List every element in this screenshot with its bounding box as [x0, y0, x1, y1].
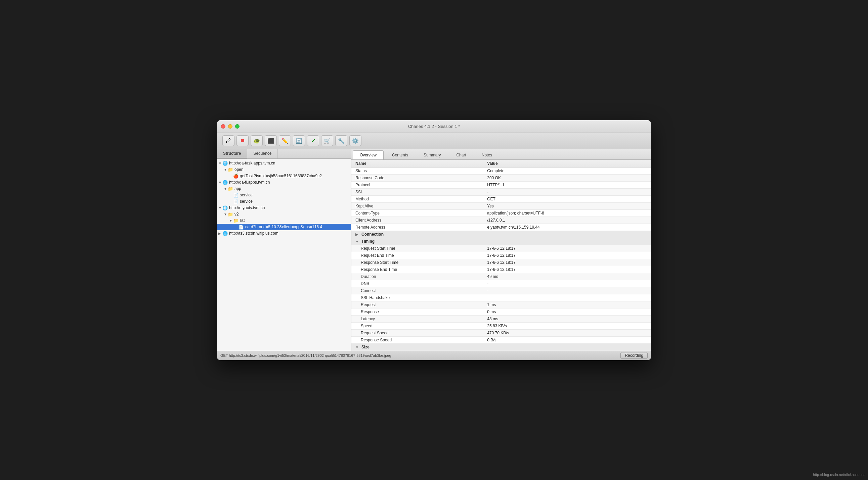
value-cell: 25.83 KB/s — [483, 322, 651, 329]
expand-icon[interactable]: ▶ — [355, 233, 360, 236]
name-cell: Request — [351, 301, 483, 308]
tab-sequence[interactable]: Sequence — [247, 149, 278, 159]
settings-btn[interactable]: ⚙️ — [349, 135, 362, 146]
tab-notes[interactable]: Notes — [475, 150, 499, 160]
breakpoint-icon: ⬛ — [268, 138, 274, 144]
tab-chart[interactable]: Chart — [449, 150, 473, 160]
breakpoint-btn[interactable]: ⬛ — [265, 135, 277, 146]
close-button[interactable] — [221, 124, 225, 129]
apple-icon: 🍎 — [233, 174, 239, 179]
expand-icon[interactable]: ▼ — [355, 345, 360, 349]
table-row: Latency48 ms — [351, 315, 651, 322]
tree-label: v2 — [235, 212, 239, 216]
value-cell: 17-6-6 12:18:17 — [483, 266, 651, 273]
maximize-button[interactable] — [235, 124, 240, 129]
table-row: Duration49 ms — [351, 273, 651, 280]
value-cell: Yes — [483, 202, 651, 209]
tree-item-v2[interactable]: 📁 v2 — [217, 211, 351, 217]
record-btn[interactable]: ⏺ — [237, 135, 249, 146]
tree-item-qa-fl[interactable]: 🌐 http://qa-fl.apps.tvm.cn — [217, 179, 351, 185]
name-cell: Request Start Time — [351, 245, 483, 252]
tree-item-qa-task[interactable]: 🌐 http://qa-task.apps.tvm.cn — [217, 160, 351, 167]
name-cell: Remote Address — [351, 224, 483, 231]
globe-icon: 🌐 — [222, 180, 228, 185]
tree-item-card[interactable]: 📄 card?brand=8-10.2&client=app&gps=116.4 — [217, 224, 351, 230]
tab-structure[interactable]: Structure — [217, 149, 247, 159]
name-cell: Response End Time — [351, 266, 483, 273]
file-icon: 📄 — [233, 199, 239, 204]
value-cell: 470.70 KB/s — [483, 329, 651, 336]
main-window: Charles 4.1.2 - Session 1 * 🖊 ⏺ 🐢 ⬛ ✏️ 🔄… — [217, 120, 651, 360]
value-cell: Complete — [483, 167, 651, 174]
file-icon: 📄 — [233, 193, 239, 198]
content-panel: Overview Contents Summary Chart Notes Na… — [351, 149, 651, 351]
value-cell: /127.0.0.1 — [483, 216, 651, 224]
expand-icon[interactable]: ▼ — [355, 240, 360, 243]
table-row: ▼Size — [351, 343, 651, 350]
tree-item-list[interactable]: 📁 list — [217, 217, 351, 224]
table-row: Request Speed470.70 KB/s — [351, 329, 651, 336]
folder-icon: 📁 — [228, 186, 233, 191]
table-row: Response Start Time17-6-6 12:18:17 — [351, 259, 651, 266]
refresh-btn[interactable]: 🔄 — [293, 135, 305, 146]
name-cell: Response Code — [351, 174, 483, 181]
tree-item-gettask[interactable]: 🍎 getTask?tvmid=sjh58aac51611689837cba9c… — [217, 173, 351, 179]
table-row: Request1 ms — [351, 301, 651, 308]
table-row: Request Start Time17-6-6 12:18:17 — [351, 245, 651, 252]
pointer-tool-btn[interactable]: 🖊 — [222, 135, 235, 146]
table-row: DNS- — [351, 280, 651, 287]
value-cell: 0 B/s — [483, 336, 651, 343]
tab-summary[interactable]: Summary — [416, 150, 448, 160]
table-row: Connect- — [351, 287, 651, 294]
table-row: MethodGET — [351, 195, 651, 202]
validate-btn[interactable]: ✔ — [307, 135, 319, 146]
table-row: SSL Handshake- — [351, 294, 651, 301]
name-cell: Method — [351, 195, 483, 202]
table-row: Content-Typeapplication/json; charset=UT… — [351, 209, 651, 216]
tab-overview[interactable]: Overview — [353, 150, 383, 160]
main-area: Structure Sequence 🌐 http://qa-task.apps… — [217, 149, 651, 351]
name-cell: Protocol — [351, 181, 483, 188]
name-cell: Response Start Time — [351, 259, 483, 266]
table-row: Speed25.83 KB/s — [351, 322, 651, 329]
edit-btn[interactable]: ✏️ — [279, 135, 291, 146]
recording-button[interactable]: Recording — [620, 352, 648, 359]
tree-item-yaotv[interactable]: 🌐 http://e.yaotv.tvm.cn — [217, 205, 351, 211]
tree-item-open[interactable]: 📁 open — [217, 167, 351, 173]
group-name-cell: ▼Timing — [351, 238, 483, 245]
tree-label: open — [235, 167, 244, 172]
tree-item-service2[interactable]: 📄 service — [217, 198, 351, 205]
status-text: GET http://ts3.stcdn.wifiplus.com/g1vi53… — [220, 353, 391, 357]
arrow-icon — [218, 162, 222, 165]
shopping-btn[interactable]: 🛒 — [321, 135, 333, 146]
throttle-icon: 🐢 — [253, 138, 260, 144]
value-cell: - — [483, 287, 651, 294]
globe-icon: 🌐 — [222, 161, 228, 166]
tree-view: 🌐 http://qa-task.apps.tvm.cn 📁 open 🍎 ge… — [217, 159, 351, 351]
minimize-button[interactable] — [228, 124, 232, 129]
table-row: Response End Time17-6-6 12:18:17 — [351, 266, 651, 273]
toolbar: 🖊 ⏺ 🐢 ⬛ ✏️ 🔄 ✔ 🛒 🔧 ⚙️ — [217, 133, 651, 149]
tree-item-app[interactable]: 📁 app — [217, 185, 351, 192]
value-cell: 48 ms — [483, 315, 651, 322]
sidebar: Structure Sequence 🌐 http://qa-task.apps… — [217, 149, 351, 351]
value-cell: - — [483, 294, 651, 301]
table-row: ▶Connection — [351, 231, 651, 238]
value-header: Value — [483, 160, 651, 168]
throttle-btn[interactable]: 🐢 — [251, 135, 263, 146]
tab-contents[interactable]: Contents — [385, 150, 415, 160]
tree-label: service — [240, 193, 253, 197]
value-cell: 17-6-6 12:18:17 — [483, 252, 651, 259]
tree-label: card?brand=8-10.2&client=app&gps=116.4 — [245, 225, 322, 229]
table-row: Request End Time17-6-6 12:18:17 — [351, 252, 651, 259]
table-row: Response0 ms — [351, 308, 651, 315]
tree-item-service1[interactable]: 📄 service — [217, 192, 351, 198]
tools-btn[interactable]: 🔧 — [335, 135, 347, 146]
table-row: StatusComplete — [351, 167, 651, 174]
value-cell: GET — [483, 195, 651, 202]
sidebar-tabs: Structure Sequence — [217, 149, 351, 159]
group-value-cell — [483, 343, 651, 350]
tree-item-ts3[interactable]: 🌐 http://ts3.stcdn.wifiplus.com — [217, 230, 351, 237]
globe-icon: 🌐 — [222, 205, 228, 210]
validate-icon: ✔ — [311, 138, 315, 144]
